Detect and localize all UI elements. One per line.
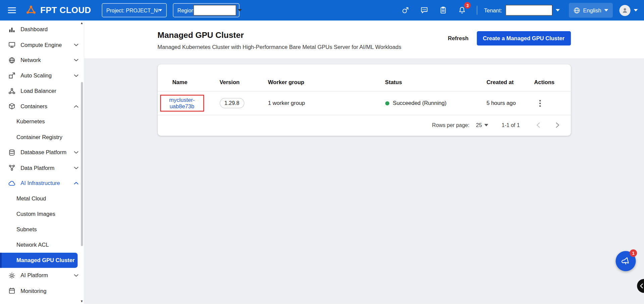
dashboard-icon	[8, 25, 15, 33]
sidebar-item-label: Metal Cloud	[16, 195, 81, 201]
language-selector[interactable]: English	[569, 3, 613, 18]
sidebar-item-label: Monitoring	[20, 288, 81, 294]
ai-infrastructure-cloud-icon	[8, 179, 15, 187]
sidebar-item-auto-scaling[interactable]: Auto Scaling	[0, 68, 84, 83]
page-header: Managed GPU Cluster Managed Kubernetes C…	[84, 20, 644, 58]
announcements-fab-button[interactable]: 1	[616, 251, 636, 271]
region-value-redacted	[193, 5, 236, 16]
refresh-button[interactable]: Refresh	[442, 32, 474, 45]
support-chat-icon[interactable]	[419, 4, 430, 16]
sidebar-item-load-balancer[interactable]: Load Balancer	[0, 83, 84, 99]
create-managed-gpu-cluster-button[interactable]: Create a Managed GPU Cluster	[477, 31, 571, 46]
name-cell: mycluster-uab8e73b	[172, 95, 219, 112]
chevron-up-icon	[74, 182, 78, 185]
worker-group-cell: 1 worker group	[268, 100, 385, 106]
chevron-down-icon	[604, 9, 608, 11]
status-label: Succeeded (Running)	[393, 100, 447, 106]
column-header-actions: Actions	[534, 79, 561, 85]
sidebar: Dashboard Compute Engine Network	[0, 20, 84, 304]
data-platform-icon	[8, 164, 15, 172]
sidebar-item-label: AI Infrastructure	[20, 180, 74, 186]
chevron-down-icon	[74, 151, 78, 154]
sidebar-item-managed-gpu-cluster[interactable]: Managed GPU Cluster	[0, 252, 78, 268]
sidebar-item-label: Database Platform	[20, 149, 74, 156]
rows-per-page-select[interactable]: 25	[476, 122, 488, 128]
sidebar-item-label: Network	[20, 57, 74, 63]
page-title: Managed GPU Cluster	[157, 31, 401, 40]
cluster-name-link[interactable]: mycluster-uab8e73b	[164, 97, 200, 110]
rows-per-page-value: 25	[476, 122, 482, 128]
main-content: Managed GPU Cluster Managed Kubernetes C…	[84, 20, 644, 304]
sidebar-item-network[interactable]: Network	[0, 53, 84, 68]
chevron-left-icon	[640, 284, 643, 289]
user-account-menu[interactable]	[620, 5, 638, 16]
actions-cell	[534, 98, 561, 109]
project-selector[interactable]: Project: PROJECT_NC...	[102, 3, 166, 17]
sidebar-item-label: Custom Images	[16, 211, 81, 217]
chevron-down-icon	[74, 74, 78, 77]
sidebar-item-kubernetes[interactable]: Kubernetes	[0, 114, 84, 129]
sidebar-item-network-acl[interactable]: Network ACL	[0, 237, 84, 252]
menu-icon[interactable]	[5, 3, 19, 17]
cluster-table-card: Name Version Worker group Status Created…	[157, 64, 571, 136]
sidebar-item-ai-infrastructure[interactable]: AI Infrastructure	[0, 176, 84, 191]
app-root: FPT CLOUD Project: PROJECT_NC... Region	[0, 0, 644, 304]
sidebar-item-label: Data Platform	[20, 165, 74, 171]
auto-scaling-icon	[8, 72, 15, 79]
chevron-down-icon	[74, 59, 78, 62]
row-actions-kebab-icon[interactable]	[534, 98, 546, 109]
created-at-cell: 5 hours ago	[487, 100, 534, 106]
scroll-up-icon[interactable]: ▲	[80, 22, 84, 25]
tenant-selector[interactable]: Tenant:	[484, 5, 560, 16]
sidebar-item-container-registry[interactable]: Container Registry	[0, 129, 84, 145]
sidebar-item-custom-images[interactable]: Custom Images	[0, 206, 84, 222]
chevron-up-icon	[74, 105, 78, 108]
fpt-cloud-logo[interactable]: FPT CLOUD	[26, 5, 91, 16]
annotation-highlight-box: mycluster-uab8e73b	[160, 95, 204, 112]
sidebar-item-subnets[interactable]: Subnets	[0, 222, 84, 237]
sidebar-scrollbar[interactable]	[81, 82, 83, 246]
globe-icon	[573, 7, 580, 14]
previous-page-button[interactable]	[534, 120, 542, 130]
chevron-down-icon	[158, 9, 162, 11]
sidebar-item-dashboard[interactable]: Dashboard	[0, 22, 84, 37]
containers-box-icon	[8, 103, 15, 110]
sidebar-item-database-platform[interactable]: Database Platform	[0, 145, 84, 160]
sidebar-item-metal-cloud[interactable]: Metal Cloud	[0, 191, 84, 206]
notification-bell-icon[interactable]: 3	[456, 4, 468, 16]
column-header-worker-group: Worker group	[268, 79, 385, 85]
status-cell: Succeeded (Running)	[385, 100, 486, 106]
sidebar-item-label: Container Registry	[16, 134, 81, 140]
sidebar-item-label: Compute Engine	[20, 42, 74, 48]
survey-clipboard-icon[interactable]	[438, 4, 449, 16]
column-header-name: Name	[172, 79, 219, 85]
sidebar-item-containers[interactable]: Containers	[0, 99, 84, 114]
table-header-row: Name Version Worker group Status Created…	[157, 73, 571, 92]
database-icon	[8, 148, 15, 156]
usage-gauge-icon[interactable]	[400, 4, 411, 16]
pagination-range: 1-1 of 1	[502, 122, 520, 128]
chevron-down-icon	[484, 124, 488, 126]
network-globe-icon	[8, 56, 15, 64]
region-selector[interactable]: Region	[173, 3, 239, 17]
column-header-created-at: Created at	[487, 79, 534, 85]
next-page-button[interactable]	[553, 120, 562, 130]
language-label: English	[583, 7, 601, 13]
chevron-down-icon	[634, 9, 638, 11]
sidebar-item-label: Network ACL	[16, 242, 81, 248]
chevron-down-icon	[74, 274, 78, 277]
sidebar-item-ai-platform[interactable]: AI Platform	[0, 268, 84, 283]
sidebar-item-data-platform[interactable]: Data Platform	[0, 160, 84, 176]
avatar	[620, 5, 631, 16]
status-dot-icon	[385, 101, 389, 105]
tenant-value-redacted	[505, 5, 552, 16]
sidebar-item-label: Managed GPU Cluster	[16, 257, 75, 263]
region-selector-label: Region	[177, 7, 194, 13]
sidebar-item-compute-engine[interactable]: Compute Engine	[0, 37, 84, 53]
chevron-down-icon	[556, 9, 560, 11]
top-navbar: FPT CLOUD Project: PROJECT_NC... Region	[0, 0, 644, 20]
sidebar-item-monitoring[interactable]: Monitoring	[0, 283, 84, 299]
scroll-down-icon[interactable]: ▼	[80, 300, 84, 303]
version-badge: 1.29.8	[219, 98, 244, 109]
ai-platform-gear-icon	[8, 271, 15, 279]
